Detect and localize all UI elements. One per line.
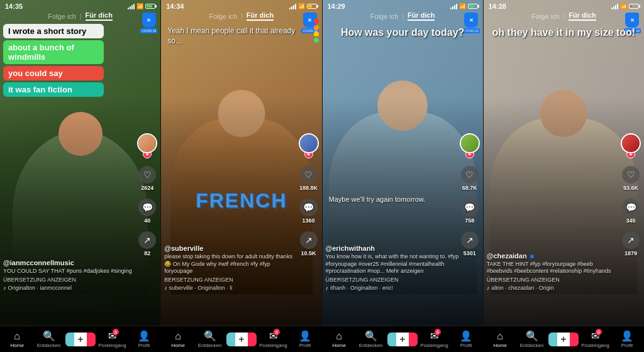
bottom-nav-panel-4: ⌂ Home 🔍 Entdecken + ✉ 8 Posteingang 👤 P…	[483, 330, 644, 348]
ubersetzung-2[interactable]: BERSETZUNG ANZEIGEN	[164, 277, 297, 283]
ubersetzung-4[interactable]: ÜBERSETZUNG ANZEIGEN	[487, 277, 620, 283]
signal-icon-3	[450, 4, 457, 9]
comment-count-2: 1360	[302, 217, 314, 224]
foryou-tab-3[interactable]: Für dich	[408, 11, 435, 21]
inbox-label-3: Posteingang	[420, 343, 448, 348]
nav-home-4[interactable]: ⌂ Home	[484, 331, 516, 348]
foryou-tab-1[interactable]: Für dich	[86, 11, 113, 21]
video-panel-2[interactable]: 14:34 📶 Folge ich | Für dich COVID-	[161, 0, 322, 326]
covid-text-1: COVID-19	[140, 28, 157, 33]
add-btn-2[interactable]: +	[226, 333, 257, 346]
battery-icon-1	[145, 4, 155, 9]
nav-discover-3[interactable]: 🔍 Entdecken	[355, 330, 386, 348]
like-action-2[interactable]: ♡ 188.8K	[299, 166, 318, 191]
nav-discover-2[interactable]: 🔍 Entdecken	[194, 330, 225, 348]
search-icon-2: 🔍	[204, 330, 216, 342]
home-icon-4: ⌂	[497, 331, 503, 342]
ubersetzung-1[interactable]: ÜBERSETZUNG ANZEIGEN	[3, 277, 136, 283]
add-btn-left-4	[548, 333, 557, 346]
nav-add-2[interactable]: +	[226, 333, 257, 346]
nav-profile-4[interactable]: 👤 Profil	[611, 330, 643, 348]
follow-tab-3[interactable]: Folge ich	[370, 13, 399, 20]
music-icon-4: ♪	[487, 285, 490, 291]
inbox-label-2: Posteingang	[259, 343, 287, 348]
inbox-wrap-3: ✉ 8	[430, 330, 438, 342]
bottom-nav: ⌂ Home 🔍 Entdecken + ✉ 8 Posteingang 👤 P…	[0, 326, 644, 352]
username-2[interactable]: @suberville	[164, 245, 297, 252]
share-icon-4: ↗	[622, 231, 640, 249]
status-icons-1: 📶	[128, 3, 155, 9]
verified-badge-4	[530, 255, 534, 258]
add-btn-4[interactable]: +	[548, 333, 579, 346]
avatar-3	[460, 133, 480, 153]
add-btn-1[interactable]: +	[65, 333, 96, 346]
signal-icon-2	[289, 4, 296, 9]
like-action-1[interactable]: ♡ 2624	[138, 166, 156, 191]
follow-tab-1[interactable]: Folge ich	[48, 13, 76, 20]
nav-discover-1[interactable]: 🔍 Entdecken	[33, 330, 64, 348]
nav-inbox-2[interactable]: ✉ 8 Posteingang	[257, 330, 289, 348]
desc-2: please stop taking this down for adult n…	[164, 253, 297, 275]
like-action-3[interactable]: ♡ 68.7K	[461, 166, 479, 191]
nav-profile-3[interactable]: 👤 Profil	[450, 330, 482, 348]
follow-tab-4[interactable]: Folge ich	[531, 13, 560, 20]
time-4: 14:28	[489, 3, 506, 10]
comment-action-1[interactable]: 💬 40	[138, 199, 156, 224]
follow-tab-2[interactable]: Folge ich	[209, 13, 238, 20]
bottom-info-2: @suberville please stop taking this down…	[164, 245, 297, 291]
comment-icon-2: 💬	[300, 199, 318, 216]
add-btn-3[interactable]: +	[387, 333, 418, 346]
avatar-action-2[interactable]: +	[299, 133, 319, 158]
avatar-action-1[interactable]: +	[137, 133, 157, 158]
comment-action-4[interactable]: 💬 345	[622, 199, 640, 224]
status-icons-4: 📶	[611, 3, 639, 9]
covid-shield-3	[464, 13, 478, 28]
add-btn-center-2: +	[235, 333, 248, 346]
nav-inbox-1[interactable]: ✉ 8 Posteingang	[96, 330, 128, 348]
sound-bar-1: ♪ Originalton · ianmcconnel	[3, 285, 136, 291]
username-4[interactable]: @chezaidan	[487, 252, 620, 260]
nav-add-4[interactable]: +	[548, 333, 579, 346]
username-1[interactable]: @ianmcconnellmusic	[3, 259, 136, 267]
avatar-4	[621, 133, 641, 153]
foryou-tab-4[interactable]: Für dich	[569, 11, 596, 21]
share-action-3[interactable]: ↗ 5301	[461, 231, 479, 256]
comment-count-4: 345	[626, 217, 635, 224]
profile-icon-4: 👤	[621, 330, 633, 342]
covid-shield-4	[625, 13, 639, 28]
like-action-4[interactable]: ♡ 93.6K	[622, 166, 640, 191]
foryou-tab-2[interactable]: Für dich	[247, 11, 274, 21]
signal-icon-4	[611, 4, 618, 9]
video-panel-3[interactable]: 14:29 📶 Folge ich | Für dich COVID-	[323, 0, 484, 326]
nav-discover-4[interactable]: 🔍 Entdecken	[516, 330, 547, 348]
desc-3: You know how it is, what with the not wa…	[326, 253, 459, 275]
home-icon-3: ⌂	[336, 331, 342, 342]
share-action-4[interactable]: ↗ 1879	[622, 231, 640, 256]
share-action-2[interactable]: ↗ 10.5K	[300, 231, 318, 256]
share-count-1: 82	[144, 250, 150, 256]
nav-home-2[interactable]: ⌂ Home	[162, 331, 194, 348]
avatar-action-3[interactable]: +	[460, 133, 480, 158]
nav-home-1[interactable]: ⌂ Home	[1, 331, 33, 348]
inbox-badge-3: 8	[435, 329, 441, 335]
username-3[interactable]: @erichwithanh	[326, 245, 459, 252]
nav-add-3[interactable]: +	[387, 333, 418, 346]
share-action-1[interactable]: ↗ 82	[138, 231, 156, 256]
comment-action-2[interactable]: 💬 1360	[300, 199, 318, 224]
nav-add-1[interactable]: +	[65, 333, 96, 346]
top-nav-3: Folge ich | Für dich	[323, 11, 483, 21]
nav-inbox-4[interactable]: ✉ 8 Posteingang	[579, 330, 611, 348]
nav-inbox-3[interactable]: ✉ 8 Posteingang	[418, 330, 450, 348]
ubersetzung-3[interactable]: ÜBERSETZUNG ANZEIGEN	[326, 277, 459, 283]
comment-action-3[interactable]: 💬 758	[461, 199, 479, 224]
sound-bar-2: ♪ suberville · Originalton · li	[164, 285, 297, 291]
nav-profile-1[interactable]: 👤 Profil	[128, 330, 160, 348]
inbox-wrap-4: ✉ 8	[591, 330, 599, 342]
video-panel-1[interactable]: 14:35 📶 Folge ich | Für dich	[0, 0, 161, 326]
signal-icon-1	[128, 4, 135, 9]
video-panel-4[interactable]: 14:28 📶 Folge ich | Für dich COVID-	[484, 0, 644, 326]
heart-icon-2: ♡	[300, 166, 318, 184]
nav-home-3[interactable]: ⌂ Home	[323, 331, 355, 348]
avatar-action-4[interactable]: +	[621, 133, 641, 158]
nav-profile-2[interactable]: 👤 Profil	[289, 330, 321, 348]
